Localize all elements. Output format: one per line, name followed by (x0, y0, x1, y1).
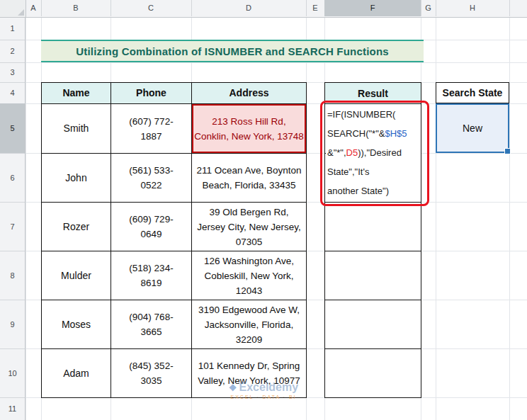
column-header-e[interactable]: E (306, 0, 325, 16)
cell-address[interactable]: 211 Ocean Ave, Boynton Beach, Florida, 3… (192, 154, 307, 203)
formula-text: SEARCH("*"& (327, 128, 385, 139)
cell-address[interactable]: 3190 Edgewood Ave W, Jacksonville, Flori… (192, 300, 307, 349)
search-state-value: New (463, 123, 482, 134)
row-header-7[interactable]: 7 (0, 202, 25, 251)
data-table: Name Phone Address Smith (607) 772-1887 … (41, 82, 307, 398)
table-row: Adam (845) 352-3035 101 Kennedy Dr, Spri… (42, 349, 307, 398)
cell-phone[interactable]: (904) 768-3665 (111, 300, 192, 349)
table-row: Mulder (518) 234-8619 126 Washington Ave… (42, 251, 307, 300)
cell-phone[interactable]: (518) 234-8619 (111, 251, 192, 300)
row-header-9[interactable]: 9 (0, 300, 25, 349)
row-header-8[interactable]: 8 (0, 251, 25, 300)
column-header-f[interactable]: F (324, 0, 421, 16)
column-header-h[interactable]: H (436, 0, 510, 16)
formula-text: )),"Desired (358, 147, 402, 158)
column-header-b[interactable]: B (41, 0, 111, 16)
table-header-phone[interactable]: Phone (111, 83, 192, 104)
column-header-d[interactable]: D (191, 0, 307, 16)
table-row: Moses (904) 768-3665 3190 Edgewood Ave W… (42, 300, 307, 349)
table-row: Smith (607) 772-1887 213 Ross Hill Rd, C… (42, 104, 307, 154)
formula-line: SEARCH("*"&$H$5 (327, 124, 421, 143)
result-header[interactable]: Result (325, 83, 421, 104)
search-state-header[interactable]: Search State (436, 82, 509, 103)
table-header-row: Name Phone Address (42, 83, 307, 104)
formula-line: &"*",D5)),"Desired (327, 143, 421, 162)
result-cell[interactable] (325, 300, 421, 349)
cell-name[interactable]: Mulder (42, 251, 111, 300)
result-cell[interactable] (325, 251, 421, 300)
cell-address-highlighted[interactable]: 213 Ross Hill Rd, Conklin, New York, 137… (192, 104, 307, 154)
formula-line: =IF(ISNUMBER( (327, 105, 421, 124)
search-state-selected-cell[interactable]: New (436, 103, 509, 153)
cell-address[interactable]: 126 Washington Ave, Cobleskill, New York… (192, 251, 307, 300)
formula-line: another State") (327, 181, 421, 200)
formula-text: another State") (327, 186, 389, 196)
column-header-a[interactable]: A (26, 0, 42, 16)
row-header-2[interactable]: 2 (0, 40, 25, 63)
row-header-strip: 1 2 3 4 5 6 7 8 9 10 11 (0, 17, 26, 420)
table-row: John (561) 533-0522 211 Ocean Ave, Boynt… (42, 154, 307, 203)
cell-name[interactable]: John (42, 154, 111, 203)
cell-address[interactable]: 101 Kennedy Dr, Spring Valley, New York,… (192, 349, 307, 398)
title-banner[interactable]: Utilizing Combination of ISNUMBER and SE… (41, 40, 424, 62)
row-header-1[interactable]: 1 (0, 17, 25, 40)
row-header-4[interactable]: 4 (0, 82, 25, 104)
formula-text: &"*", (327, 147, 346, 158)
result-formula-cell[interactable]: =IF(ISNUMBER( SEARCH("*"&$H$5 &"*",D5)),… (326, 105, 421, 200)
column-header-strip: A B C D E F G H (0, 0, 527, 18)
result-cell[interactable] (325, 203, 421, 251)
formula-ref-absolute: $H$5 (385, 128, 407, 139)
row-header-6[interactable]: 6 (0, 153, 25, 203)
cell-phone[interactable]: (845) 352-3035 (111, 349, 192, 398)
formula-ref-relative: D5 (346, 147, 358, 158)
column-header-partial[interactable] (509, 0, 527, 16)
cell-phone[interactable]: (609) 729-0649 (111, 203, 192, 251)
table-row: Rozer (609) 729-0649 39 Old Bergen Rd, J… (42, 203, 307, 251)
row-header-3[interactable]: 3 (0, 62, 25, 83)
cell-phone[interactable]: (607) 772-1887 (111, 104, 192, 154)
row-header-11[interactable]: 11 (0, 397, 25, 420)
cell-name[interactable]: Smith (42, 104, 111, 154)
row-header-10[interactable]: 10 (0, 348, 25, 398)
fill-handle[interactable] (504, 148, 511, 154)
column-header-g[interactable]: G (421, 0, 436, 16)
table-header-address[interactable]: Address (192, 83, 307, 104)
cell-name[interactable]: Adam (42, 349, 111, 398)
column-header-c[interactable]: C (110, 0, 192, 16)
select-all-corner[interactable] (0, 0, 26, 18)
title-text: Utilizing Combination of ISNUMBER and SE… (76, 45, 389, 57)
formula-text: =IF(ISNUMBER( (327, 109, 395, 120)
cell-phone[interactable]: (561) 533-0522 (111, 154, 192, 203)
formula-text: State","It's (327, 166, 369, 177)
row-header-5[interactable]: 5 (0, 103, 25, 154)
table-header-name[interactable]: Name (42, 83, 111, 104)
cell-name[interactable]: Rozer (42, 203, 111, 251)
cell-address[interactable]: 39 Old Bergen Rd, Jersey City, New Jerse… (192, 203, 307, 251)
spreadsheet: A B C D E F G H 1 2 3 4 5 6 7 8 9 10 11 … (0, 0, 527, 420)
cell-name[interactable]: Moses (42, 300, 111, 349)
result-cell[interactable] (325, 349, 421, 398)
formula-line: State","It's (327, 162, 421, 181)
